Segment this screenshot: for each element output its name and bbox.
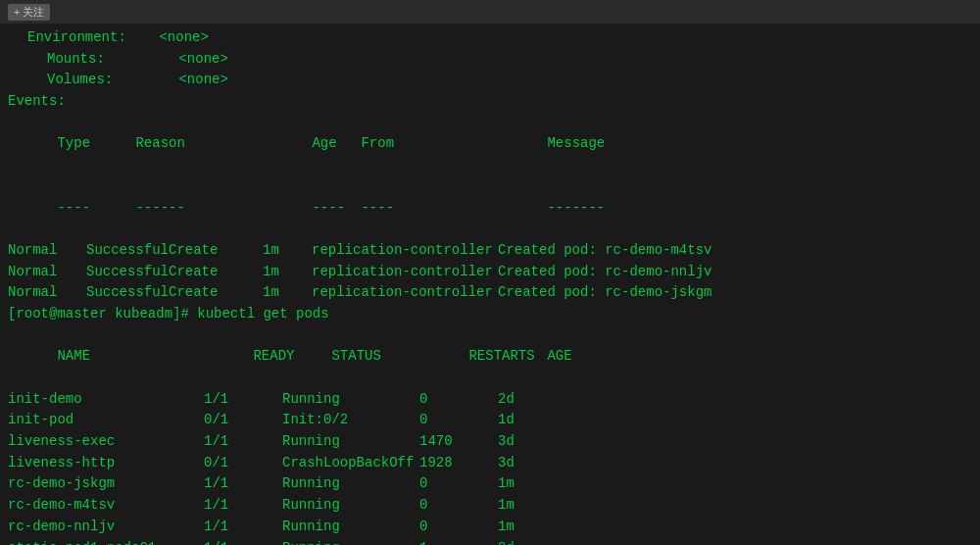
event-type: Normal [8, 240, 86, 262]
pod-age: 1d [498, 410, 514, 431]
volumes-line: Volumes: <none> [8, 70, 972, 91]
pod-col-age: AGE [547, 346, 571, 368]
div-type: ---- [57, 198, 135, 220]
div-from: ---- [361, 198, 547, 220]
pod-row: liveness-http0/1CrashLoopBackOff19283d [8, 453, 972, 474]
event-age: 1m [263, 262, 312, 283]
pod-col-status: STATUS [331, 346, 468, 368]
kubectl-command: [root@master kubeadm]# kubectl get pods [8, 304, 972, 325]
pod-row: static-pod1-node011/1Running18d [8, 538, 972, 546]
pod-name: liveness-exec [8, 431, 204, 453]
pod-ready: 1/1 [204, 389, 282, 411]
pod-restarts: 0 [419, 389, 498, 411]
pod-row: rc-demo-m4tsv1/1Running01m [8, 495, 972, 517]
pod-row: rc-demo-jskgm1/1Running01m [8, 473, 972, 495]
events-columns: TypeReasonAgeFromMessage [8, 113, 972, 176]
event-row: NormalSuccessfulCreate1mreplication-cont… [8, 240, 972, 262]
pod-age: 8d [498, 538, 514, 546]
pod-row: init-pod0/1Init:0/201d [8, 410, 972, 431]
pod-name: rc-demo-jskgm [8, 473, 204, 495]
col-reason-header: Reason [135, 133, 312, 155]
pod-row: init-demo1/1Running02d [8, 389, 972, 411]
pod-restarts: 0 [419, 495, 498, 517]
pod-age: 1m [498, 495, 514, 517]
pod-ready: 1/1 [204, 538, 282, 546]
pod-row: rc-demo-nnljv1/1Running01m [8, 517, 972, 538]
pod-ready: 1/1 [204, 473, 282, 495]
pod-status: Running [282, 431, 419, 453]
pod-col-ready: READY [253, 346, 331, 368]
event-reason: SuccessfulCreate [86, 262, 263, 283]
pod-restarts: 0 [419, 473, 498, 495]
pod-status: CrashLoopBackOff [282, 453, 419, 474]
pod-restarts: 1928 [419, 453, 498, 474]
event-type: Normal [8, 262, 86, 283]
terminal-content: Environment: <none> Mounts: <none> Volum… [0, 24, 980, 545]
pod-age: 3d [498, 453, 514, 474]
top-bar: + 关注 [0, 0, 980, 24]
event-age: 1m [263, 240, 312, 262]
div-msg: ------- [547, 198, 605, 220]
events-header: Events: [8, 91, 972, 113]
event-message: Created pod: rc-demo-jskgm [498, 282, 711, 304]
pod-age: 2d [498, 389, 514, 411]
pod-name: rc-demo-nnljv [8, 517, 204, 538]
pod-restarts: 0 [419, 410, 498, 431]
pod-name: liveness-http [8, 453, 204, 474]
pod-status: Running [282, 495, 419, 517]
event-row: NormalSuccessfulCreate1mreplication-cont… [8, 282, 972, 304]
pod-ready: 0/1 [204, 453, 282, 474]
pods-header: NAMEREADYSTATUSRESTARTSAGE [8, 325, 972, 389]
pod-status: Running [282, 538, 419, 546]
event-from: replication-controller [312, 282, 498, 304]
col-type-header: Type [57, 133, 135, 155]
follow-button[interactable]: + 关注 [8, 4, 50, 21]
pod-age: 3d [498, 431, 514, 453]
pod-name: init-pod [8, 410, 204, 431]
pod-ready: 1/1 [204, 495, 282, 517]
event-age: 1m [263, 282, 312, 304]
col-age-header: Age [312, 133, 361, 155]
event-reason: SuccessfulCreate [86, 282, 263, 304]
pod-age: 1m [498, 473, 514, 495]
pod-restarts: 0 [419, 517, 498, 538]
event-from: replication-controller [312, 240, 498, 262]
pod-ready: 0/1 [204, 410, 282, 431]
div-reason: ------ [135, 198, 312, 220]
event-from: replication-controller [312, 262, 498, 283]
event-reason: SuccessfulCreate [86, 240, 263, 262]
pod-restarts: 1470 [419, 431, 498, 453]
pod-ready: 1/1 [204, 517, 282, 538]
event-message: Created pod: rc-demo-nnljv [498, 262, 711, 283]
pod-name: rc-demo-m4tsv [8, 495, 204, 517]
events-divider: ------------------------- [8, 176, 972, 240]
mounts-line: Mounts: <none> [8, 49, 972, 71]
pod-status: Running [282, 473, 419, 495]
div-age: ---- [312, 198, 361, 220]
col-from-header: From [361, 133, 547, 155]
pod-age: 1m [498, 517, 514, 538]
terminal: + 关注 Environment: <none> Mounts: <none> … [0, 0, 980, 545]
pod-status: Init:0/2 [282, 410, 419, 431]
col-msg-header: Message [547, 133, 605, 155]
pod-name: init-demo [8, 389, 204, 411]
pod-ready: 1/1 [204, 431, 282, 453]
pod-status: Running [282, 517, 419, 538]
events-list: NormalSuccessfulCreate1mreplication-cont… [8, 240, 972, 304]
pod-col-name: NAME [57, 346, 253, 368]
pod-restarts: 1 [419, 538, 498, 546]
event-row: NormalSuccessfulCreate1mreplication-cont… [8, 262, 972, 283]
env-line: Environment: <none> [8, 27, 972, 49]
event-type: Normal [8, 282, 86, 304]
pod-status: Running [282, 389, 419, 411]
pod-row: liveness-exec1/1Running14703d [8, 431, 972, 453]
pod-name: static-pod1-node01 [8, 538, 204, 546]
event-message: Created pod: rc-demo-m4tsv [498, 240, 711, 262]
pod-col-restarts: RESTARTS [468, 346, 547, 368]
pods-list: init-demo1/1Running02dinit-pod0/1Init:0/… [8, 389, 972, 545]
